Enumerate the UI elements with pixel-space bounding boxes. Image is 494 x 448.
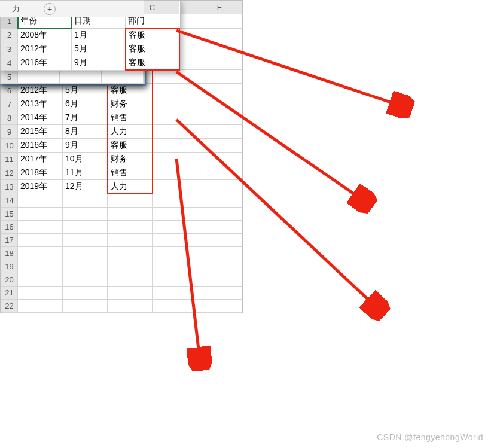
row-20[interactable]: 20 — [1, 273, 18, 286]
cell[interactable] — [197, 14, 242, 29]
cell[interactable] — [108, 220, 153, 233]
cell[interactable]: 7月 — [63, 111, 108, 125]
cell[interactable] — [18, 194, 63, 207]
cell[interactable] — [60, 70, 102, 83]
cell[interactable]: 2016年 — [18, 139, 63, 153]
tab-label[interactable]: 力 — [12, 4, 20, 14]
cell[interactable] — [63, 246, 108, 260]
cell[interactable]: 客服 — [126, 42, 179, 56]
cell[interactable]: 2015年 — [18, 125, 63, 139]
cell[interactable] — [197, 299, 242, 312]
cell[interactable] — [197, 233, 242, 246]
cell[interactable] — [63, 220, 108, 233]
cell[interactable]: 10月 — [63, 153, 108, 166]
row-2[interactable]: 2 — [1, 28, 18, 42]
cell[interactable] — [197, 97, 242, 111]
row-9[interactable]: 9 — [1, 125, 18, 139]
cell[interactable] — [197, 260, 242, 273]
cell[interactable] — [63, 299, 108, 312]
cell[interactable] — [102, 70, 144, 83]
row-15[interactable]: 15 — [1, 207, 18, 220]
cell[interactable] — [153, 111, 197, 125]
cell[interactable] — [153, 246, 197, 260]
cell[interactable] — [18, 260, 63, 273]
row-18[interactable]: 18 — [1, 246, 18, 260]
cell[interactable] — [18, 233, 63, 246]
cell[interactable] — [153, 180, 197, 194]
cell[interactable] — [153, 220, 197, 233]
cell[interactable] — [153, 97, 197, 111]
cell[interactable] — [63, 207, 108, 220]
row-10[interactable]: 10 — [1, 139, 18, 153]
row-11[interactable]: 11 — [1, 153, 18, 166]
row-17[interactable]: 17 — [1, 233, 18, 246]
cell[interactable]: 2018年 — [18, 166, 63, 180]
cell[interactable] — [18, 273, 63, 286]
cell[interactable] — [197, 70, 242, 84]
cell[interactable]: 客服 — [126, 28, 179, 42]
cell[interactable] — [108, 207, 153, 220]
cell[interactable] — [63, 194, 108, 207]
cell[interactable]: 8月 — [63, 125, 108, 139]
cell[interactable] — [197, 286, 242, 299]
cell[interactable] — [197, 42, 242, 56]
cell[interactable]: 人力 — [108, 180, 153, 194]
cell[interactable] — [197, 84, 242, 97]
cell[interactable]: 销售 — [108, 166, 153, 180]
cell[interactable] — [197, 220, 242, 233]
cell[interactable] — [153, 84, 197, 97]
cell[interactable] — [153, 139, 197, 153]
cell[interactable]: 9月 — [72, 56, 126, 71]
cell[interactable] — [18, 246, 63, 260]
row-3[interactable]: 3 — [1, 42, 18, 56]
cell[interactable] — [197, 194, 242, 207]
add-sheet-button[interactable]: + — [44, 3, 56, 15]
cell[interactable] — [197, 56, 242, 70]
cell[interactable]: 人力 — [108, 125, 153, 139]
cell[interactable] — [197, 28, 242, 42]
cell[interactable] — [108, 246, 153, 260]
cell[interactable] — [197, 166, 242, 180]
cell[interactable] — [18, 220, 63, 233]
cell[interactable] — [153, 273, 197, 286]
cell[interactable]: 客服 — [108, 139, 153, 153]
cell[interactable]: 2019年 — [18, 180, 63, 194]
cell[interactable]: 6月 — [63, 97, 108, 111]
sheet-tab-bar[interactable]: 力 + — [0, 0, 144, 17]
cell[interactable] — [18, 286, 63, 299]
cell[interactable] — [197, 246, 242, 260]
cell[interactable] — [153, 125, 197, 139]
cell[interactable]: 9月 — [63, 139, 108, 153]
row-22[interactable]: 22 — [1, 299, 18, 312]
cell[interactable] — [18, 299, 63, 312]
cell[interactable] — [108, 273, 153, 286]
cell[interactable] — [108, 260, 153, 273]
cell[interactable]: 12月 — [63, 180, 108, 194]
row-16[interactable]: 16 — [1, 220, 18, 233]
row-7[interactable]: 7 — [1, 97, 18, 111]
row-6[interactable]: 6 — [1, 84, 18, 97]
cell[interactable] — [197, 207, 242, 220]
cell[interactable]: 2012年 — [18, 84, 63, 97]
cell[interactable] — [153, 233, 197, 246]
cell[interactable] — [153, 299, 197, 312]
cell[interactable]: 5月 — [72, 42, 126, 56]
row-8[interactable]: 8 — [1, 111, 18, 125]
col-E[interactable]: E — [197, 1, 242, 14]
cell[interactable]: 财务 — [108, 97, 153, 111]
cell[interactable]: 2013年 — [18, 97, 63, 111]
cell[interactable] — [197, 180, 242, 194]
cell[interactable] — [63, 260, 108, 273]
cell[interactable]: 5月 — [63, 84, 108, 97]
row-12[interactable]: 12 — [1, 166, 18, 180]
cell[interactable] — [197, 125, 242, 139]
row-13[interactable]: 13 — [1, 180, 18, 194]
cell[interactable] — [108, 194, 153, 207]
cell[interactable] — [18, 70, 60, 83]
cell[interactable] — [197, 273, 242, 286]
cell[interactable] — [153, 194, 197, 207]
cell[interactable] — [63, 286, 108, 299]
cell[interactable] — [153, 260, 197, 273]
cell[interactable] — [18, 207, 63, 220]
cell[interactable] — [153, 207, 197, 220]
